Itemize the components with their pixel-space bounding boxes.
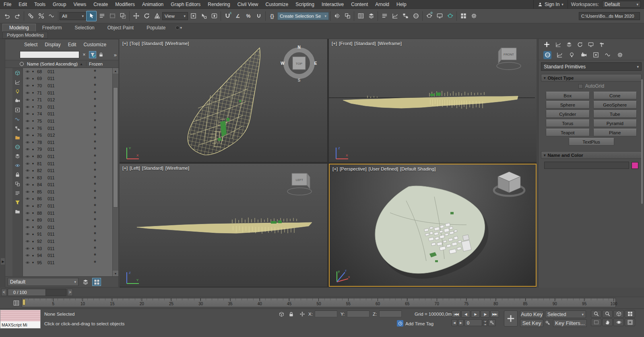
menu-item[interactable]: Views bbox=[70, 0, 90, 9]
window-crossing-toggle[interactable] bbox=[118, 11, 128, 21]
render-production-button[interactable] bbox=[445, 11, 455, 21]
eye-icon[interactable] bbox=[25, 218, 30, 222]
object-list-row[interactable]: ● 95 011 * bbox=[23, 259, 112, 266]
go-to-start-button[interactable]: |◀◀ bbox=[452, 310, 460, 318]
viewport-shading-menu[interactable]: [Wireframe] bbox=[378, 41, 401, 46]
hierarchy-mode-icon[interactable] bbox=[14, 181, 21, 187]
select-and-manipulate-button[interactable] bbox=[198, 11, 209, 21]
frozen-snowflake-icon[interactable]: * bbox=[89, 91, 101, 95]
select-and-scale-button[interactable] bbox=[152, 11, 162, 21]
object-list-row[interactable]: ● 76 012 * bbox=[23, 132, 112, 139]
display-helpers-icon[interactable] bbox=[14, 107, 21, 113]
filter-funnel-button[interactable] bbox=[89, 51, 96, 58]
eye-icon[interactable] bbox=[25, 176, 30, 180]
curve-editor-button[interactable] bbox=[390, 11, 400, 21]
scroll-down-arrow[interactable]: ▼ bbox=[113, 271, 118, 276]
frozen-snowflake-icon[interactable]: * bbox=[89, 197, 101, 201]
zoom-all-icon[interactable] bbox=[602, 310, 613, 318]
project-folder-field[interactable]: C:\Users\Bo...ds Max 2020 bbox=[579, 12, 640, 20]
zoom-extents-all-icon[interactable] bbox=[625, 310, 635, 318]
menu-item[interactable]: Group bbox=[49, 0, 70, 9]
renderable-dot-icon[interactable]: ● bbox=[30, 98, 36, 102]
ribbon-tab[interactable]: Selection bbox=[68, 24, 101, 31]
modify-tab[interactable] bbox=[555, 42, 561, 47]
select-and-rotate-button[interactable] bbox=[141, 11, 152, 21]
object-list-row[interactable]: ● 87 011 * bbox=[23, 202, 112, 210]
renderable-dot-icon[interactable]: ● bbox=[30, 91, 36, 95]
rectangular-selection-region-button[interactable] bbox=[107, 11, 118, 21]
object-type-button[interactable]: Tube bbox=[593, 110, 637, 118]
time-slider-handle[interactable]: 0 / 100 bbox=[8, 289, 46, 296]
ribbon-tab[interactable]: Modeling bbox=[2, 24, 36, 31]
renderable-dot-icon[interactable]: ● bbox=[30, 225, 36, 229]
toggle-layer-explorer-button[interactable] bbox=[366, 11, 376, 21]
key-step-back-button[interactable]: ◀ bbox=[452, 319, 457, 326]
viewport-general-menu[interactable]: [+] bbox=[332, 41, 337, 46]
frozen-snowflake-icon[interactable]: * bbox=[89, 253, 101, 257]
object-type-button[interactable]: Cone bbox=[593, 92, 637, 99]
polygon-modeling-panel[interactable]: Polygon Modeling bbox=[2, 32, 48, 39]
object-type-button[interactable]: Pyramid bbox=[593, 119, 637, 127]
menu-item[interactable]: Arnold bbox=[372, 0, 393, 9]
frozen-snowflake-icon[interactable]: * bbox=[89, 204, 101, 208]
render-setup-button[interactable] bbox=[424, 11, 434, 21]
time-slider-track[interactable]: 0 / 100 bbox=[8, 289, 66, 296]
utilities-tab[interactable] bbox=[599, 42, 605, 47]
eye-icon[interactable] bbox=[25, 91, 30, 95]
viewport-pov-menu[interactable]: [Front] bbox=[339, 41, 352, 46]
display-frozen-icon[interactable] bbox=[14, 171, 21, 178]
renderable-dot-icon[interactable]: ● bbox=[30, 254, 36, 257]
zoom-icon[interactable] bbox=[591, 310, 601, 318]
spinner-down-arrow[interactable]: ▾ bbox=[483, 323, 487, 326]
object-list-row[interactable]: ● 71 011 * bbox=[23, 89, 112, 97]
eye-icon[interactable] bbox=[25, 126, 30, 130]
edit-named-selection-sets-button[interactable]: {} bbox=[267, 11, 277, 21]
viewcube[interactable]: LEFT bbox=[283, 169, 317, 198]
ribbon-tab[interactable]: Freeform bbox=[36, 24, 68, 31]
frame-spinner[interactable]: ▴ ▾ bbox=[483, 320, 487, 326]
select-object-button[interactable] bbox=[86, 11, 97, 21]
renderable-dot-icon[interactable]: ● bbox=[30, 162, 36, 165]
frozen-snowflake-icon[interactable]: * bbox=[89, 190, 101, 194]
viewcube[interactable] bbox=[488, 167, 530, 202]
isolate-selection-toggle[interactable] bbox=[278, 310, 285, 318]
eye-icon[interactable] bbox=[25, 253, 30, 257]
rendered-frame-window-button[interactable] bbox=[434, 11, 445, 21]
eye-icon[interactable] bbox=[25, 211, 30, 215]
autogrid-checkbox[interactable] bbox=[578, 84, 583, 88]
object-type-button[interactable]: Plane bbox=[593, 129, 637, 136]
viewport-pov-menu[interactable]: [Perspective] bbox=[340, 166, 366, 171]
menu-item[interactable]: Help bbox=[393, 0, 410, 9]
eye-icon[interactable] bbox=[25, 76, 30, 80]
key-mode-toggle-icon[interactable] bbox=[488, 319, 495, 326]
key-mode-dropdown[interactable]: Selected ▾ bbox=[545, 310, 586, 318]
geometry-category-icon[interactable] bbox=[543, 51, 551, 59]
object-list-row[interactable]: ● 71 012 * bbox=[23, 96, 112, 103]
renderable-dot-icon[interactable]: ● bbox=[30, 134, 36, 137]
object-type-rollout[interactable]: ▾ Object Type bbox=[541, 74, 642, 82]
object-type-button[interactable]: Torus bbox=[546, 119, 590, 127]
explorer-menu-item[interactable]: Select bbox=[21, 42, 40, 47]
open-autodesk-app-button[interactable] bbox=[469, 11, 479, 21]
eye-icon[interactable] bbox=[25, 140, 30, 144]
object-list-row[interactable]: ● 70 011 * bbox=[23, 82, 112, 89]
renderable-dot-icon[interactable]: ● bbox=[30, 190, 36, 193]
object-list-row[interactable]: ● 78 011 * bbox=[23, 139, 112, 146]
percent-snap-toggle[interactable]: % bbox=[243, 11, 254, 21]
maximize-viewport-toggle[interactable] bbox=[625, 319, 635, 326]
key-step-forward-button[interactable]: ▶ bbox=[458, 319, 464, 326]
eye-icon[interactable] bbox=[25, 239, 30, 243]
frozen-snowflake-icon[interactable]: * bbox=[89, 105, 101, 109]
ribbon-tab[interactable]: Object Paint bbox=[101, 24, 140, 31]
keyboard-shortcut-override-toggle[interactable] bbox=[209, 11, 219, 21]
object-list-row[interactable]: ● 85 011 * bbox=[23, 188, 112, 195]
object-list-row[interactable]: ● 89 011 * bbox=[23, 216, 112, 224]
menu-item[interactable]: Animation bbox=[138, 0, 167, 9]
frozen-snowflake-icon[interactable]: * bbox=[89, 261, 101, 265]
display-visibility-icon[interactable] bbox=[14, 162, 21, 168]
eye-icon[interactable] bbox=[25, 133, 30, 137]
object-list-row[interactable]: ● 68 011 * bbox=[23, 68, 112, 75]
pick-container-icon[interactable] bbox=[14, 208, 21, 215]
menu-item[interactable]: Customize bbox=[262, 0, 292, 9]
ribbon-minimize-control[interactable]: ▾ bbox=[175, 25, 184, 31]
